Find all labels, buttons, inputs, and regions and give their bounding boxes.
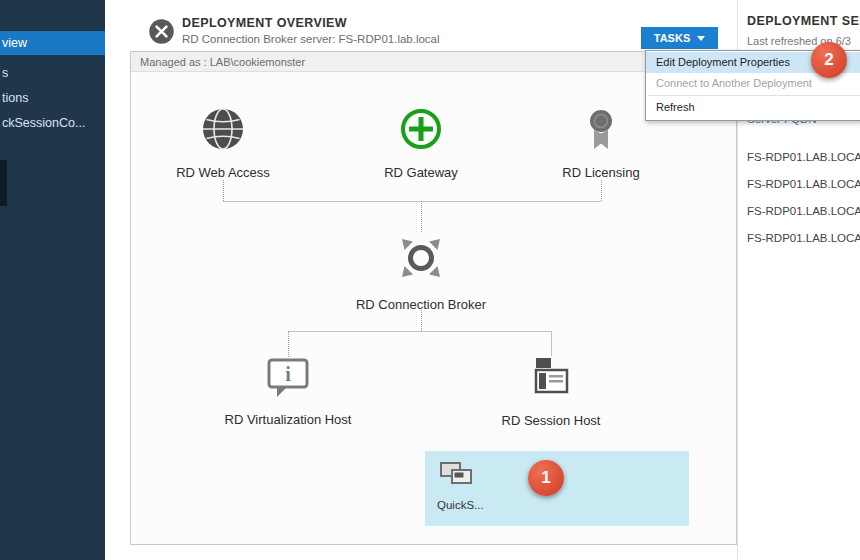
sidebar-item-overview[interactable]: view: [0, 31, 105, 55]
rd-licensing-label: RD Licensing: [562, 165, 639, 180]
session-collection-icon: [439, 461, 475, 493]
rd-connection-broker-icon[interactable]: [395, 232, 447, 288]
menu-item-refresh[interactable]: Refresh: [646, 97, 860, 118]
rd-virtualization-host-label: RD Virtualization Host: [225, 412, 352, 427]
server-row[interactable]: FS-RDP01.LAB.LOCAL: [747, 201, 860, 221]
connector-line: [551, 331, 552, 356]
sidebar: view s tions ckSessionCo...: [0, 0, 105, 560]
connector-line: [288, 331, 551, 332]
node-rd-virtualization-host: i RD Virtualization Host: [203, 357, 373, 427]
deployment-overview-icon: [148, 18, 175, 45]
rd-licensing-icon[interactable]: [581, 106, 621, 156]
node-rd-gateway: RD Gateway: [336, 106, 506, 180]
rd-web-access-icon[interactable]: [200, 106, 246, 156]
main-content: DEPLOYMENT OVERVIEW RD Connection Broker…: [105, 0, 860, 560]
node-rd-web-access: RD Web Access: [138, 106, 308, 180]
server-row[interactable]: FS-RDP01.LAB.LOCAL: [747, 147, 860, 167]
sidebar-item-collections[interactable]: tions: [0, 87, 105, 109]
tasks-button[interactable]: TASKS: [641, 27, 718, 49]
svg-text:i: i: [285, 363, 291, 385]
chevron-down-icon: [697, 36, 705, 41]
tasks-button-label: TASKS: [654, 32, 690, 44]
sidebar-item-servers[interactable]: s: [0, 62, 105, 84]
rd-gateway-add-icon[interactable]: [398, 106, 444, 156]
menu-divider: [648, 95, 860, 96]
page-subtitle: RD Connection Broker server: FS-RDP01.la…: [182, 33, 440, 45]
page-title: DEPLOYMENT OVERVIEW: [182, 16, 347, 30]
deployment-diagram-panel: Managed as : LAB\cookiemonster RD Web Ac…: [130, 51, 737, 545]
rd-web-access-label: RD Web Access: [176, 165, 270, 180]
annotation-badge-1: 1: [528, 460, 564, 496]
connector-line: [601, 180, 602, 201]
deployment-servers-title: DEPLOYMENT SERVERS: [747, 14, 860, 28]
connector-line: [223, 201, 601, 202]
connector-line: [288, 331, 289, 357]
connector-line: [421, 201, 422, 232]
annotation-badge-2: 2: [811, 42, 847, 78]
connector-line: [421, 308, 422, 331]
rd-session-host-icon[interactable]: [528, 356, 574, 404]
sidebar-item-quicksessioncollection[interactable]: ckSessionCo...: [0, 112, 105, 134]
node-rd-session-host: RD Session Host: [466, 356, 636, 428]
sidebar-scroll-indicator: [0, 160, 7, 206]
session-collection-label: QuickS...: [437, 499, 484, 511]
rd-virtualization-host-icon[interactable]: i: [266, 357, 310, 403]
node-rd-connection-broker: RD Connection Broker: [336, 232, 506, 312]
server-row[interactable]: FS-RDP01.LAB.LOCAL: [747, 228, 860, 248]
connector-line: [223, 180, 224, 201]
rd-gateway-label: RD Gateway: [384, 165, 458, 180]
rd-session-host-label: RD Session Host: [502, 413, 601, 428]
server-row[interactable]: FS-RDP01.LAB.LOCAL: [747, 174, 860, 194]
